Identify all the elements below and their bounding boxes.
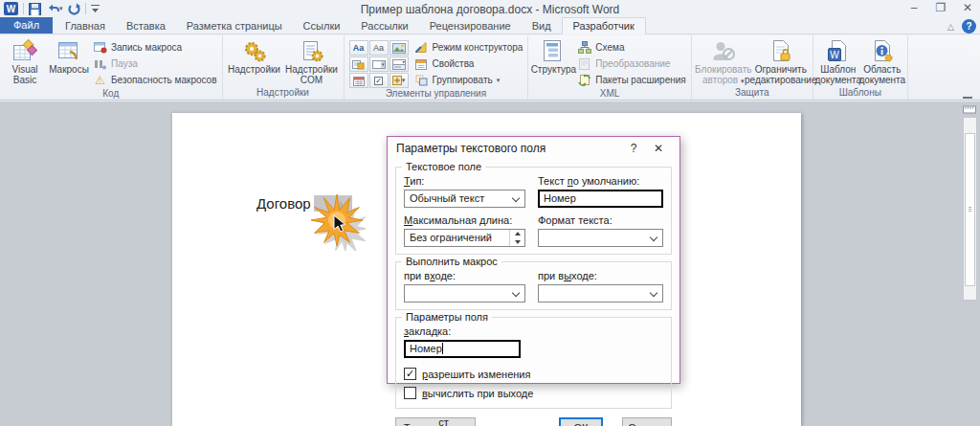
content-controls-grid: Aa Aa bbox=[347, 37, 412, 88]
bookmark-label: закладка: bbox=[404, 325, 663, 337]
spinner-buttons[interactable] bbox=[509, 230, 524, 246]
properties-button[interactable]: Свойства bbox=[412, 56, 525, 72]
exit-macro-select[interactable] bbox=[538, 284, 663, 303]
spinner-up-button[interactable] bbox=[510, 230, 524, 238]
visual-basic-button[interactable]: Visual Basic bbox=[3, 37, 47, 85]
tab-developer[interactable]: Разработчик bbox=[562, 17, 646, 34]
spinner-down-button[interactable] bbox=[510, 238, 524, 247]
ribbon-developer: Visual Basic Макросы Запись макроса bbox=[0, 35, 980, 101]
building-block-gallery-control-button[interactable] bbox=[349, 56, 368, 72]
group-label-xml: XML bbox=[531, 88, 687, 100]
default-text-input[interactable]: Номер bbox=[538, 190, 663, 208]
combo-box-icon bbox=[372, 59, 386, 70]
text-format-select[interactable] bbox=[538, 229, 663, 247]
group-label-protection: Защита bbox=[695, 87, 810, 100]
help-glyph: ? bbox=[966, 21, 971, 32]
transform-button[interactable]: Преобразование bbox=[575, 56, 687, 72]
design-mode-icon bbox=[414, 41, 429, 55]
combo-box-control-button[interactable] bbox=[369, 56, 389, 72]
type-select[interactable]: Обычный текст bbox=[404, 190, 525, 208]
macro-security-button[interactable]: ⚠ Безопасность макросов bbox=[91, 72, 219, 88]
legacy-tools-button[interactable]: ▾ bbox=[390, 73, 409, 88]
chevron-down-icon bbox=[650, 289, 657, 297]
schema-button[interactable]: Схема bbox=[575, 39, 687, 56]
type-label: Тип: bbox=[404, 175, 525, 187]
mouse-cursor bbox=[333, 214, 346, 233]
max-length-spinner[interactable]: Без ограничений bbox=[404, 229, 525, 247]
tab-file[interactable]: Файл bbox=[0, 17, 53, 34]
ok-button[interactable]: ОК bbox=[559, 417, 603, 426]
bookmark-input[interactable]: Номер bbox=[404, 340, 521, 358]
default-text-label: Текст по умолчанию: bbox=[538, 175, 663, 187]
calculate-on-exit-checkbox[interactable] bbox=[404, 387, 416, 399]
picture-icon bbox=[392, 43, 406, 54]
word-window: W ▾ Пример шаблона договора.docx - Micro… bbox=[0, 0, 980, 426]
ruler-icon bbox=[963, 103, 976, 116]
group-button[interactable]: Группировать ▾ bbox=[412, 72, 525, 88]
structure-button[interactable]: Структура bbox=[531, 37, 575, 75]
rich-text-control-button[interactable]: Aa bbox=[349, 40, 368, 56]
expansion-packs-icon bbox=[577, 74, 591, 87]
exit-macro-label: при выходе: bbox=[538, 270, 663, 281]
cancel-button[interactable]: Отмена bbox=[622, 417, 672, 426]
restrict-editing-button[interactable]: Ограничить редактирование bbox=[752, 37, 810, 85]
close-button[interactable]: ✕ bbox=[961, 1, 974, 14]
legacy-tools-icon bbox=[392, 76, 402, 85]
fill-in-enabled-checkbox[interactable]: ✓ bbox=[404, 368, 416, 380]
tab-view[interactable]: Вид bbox=[522, 18, 562, 34]
text-form-field-options-dialog: Параметры текстового поля ? ✕ Текстовое … bbox=[387, 136, 680, 384]
scroll-up-button[interactable] bbox=[964, 118, 976, 130]
tab-references[interactable]: Ссылки bbox=[293, 18, 351, 34]
vertical-scrollbar[interactable] bbox=[963, 117, 977, 301]
pause-label: Пауза bbox=[111, 58, 138, 69]
block-authors-button[interactable]: Блокировать авторов ▾ bbox=[695, 37, 752, 86]
checkbox-control-button[interactable]: ✓ bbox=[369, 73, 389, 88]
date-picker-control-button[interactable] bbox=[349, 73, 368, 88]
group-dropdown-arrow: ▾ bbox=[497, 77, 501, 84]
tab-review[interactable]: Рецензирование bbox=[419, 18, 522, 34]
addins-button[interactable]: Надстройки bbox=[226, 37, 283, 75]
restore-button[interactable]: ❐ bbox=[934, 1, 947, 14]
document-panel-button[interactable]: Область документа bbox=[860, 37, 904, 85]
document-panel-icon bbox=[870, 38, 895, 64]
scrollbar-thumb[interactable] bbox=[965, 133, 975, 286]
document-template-icon: W bbox=[826, 38, 851, 64]
dialog-button-row: Текст справки... ОК Отмена bbox=[395, 417, 672, 426]
expansion-packs-button[interactable]: Пакеты расширения bbox=[575, 72, 687, 88]
help-text-button[interactable]: Текст справки... bbox=[395, 417, 476, 426]
structure-icon bbox=[541, 38, 566, 64]
group-objects-icon bbox=[414, 74, 429, 87]
minimize-ribbon-icon[interactable]: △ bbox=[947, 22, 954, 32]
com-addins-icon bbox=[300, 38, 324, 64]
chevron-down-icon bbox=[512, 194, 520, 202]
ribbon-group-controls: Aa Aa bbox=[345, 35, 529, 100]
picture-control-button[interactable] bbox=[390, 40, 409, 56]
document-template-button[interactable]: W Шаблон документа bbox=[816, 37, 860, 85]
ribbon-group-code: Visual Basic Макросы Запись макроса bbox=[0, 35, 223, 100]
help-button[interactable]: ? bbox=[962, 19, 976, 34]
schema-label: Схема bbox=[595, 42, 624, 53]
tab-insert[interactable]: Вставка bbox=[116, 18, 176, 34]
dialog-close-button[interactable]: ✕ bbox=[646, 142, 671, 155]
entry-macro-select[interactable] bbox=[404, 284, 525, 303]
groupbox-field-options: Параметры поля закладка: Номер ✓ разреши… bbox=[395, 317, 672, 409]
visual-basic-icon bbox=[12, 38, 37, 64]
record-macro-button[interactable]: Запись макроса bbox=[91, 39, 219, 56]
macros-button[interactable]: Макросы bbox=[47, 37, 91, 75]
dialog-titlebar[interactable]: Параметры текстового поля ? ✕ bbox=[388, 137, 679, 160]
tab-home[interactable]: Главная bbox=[55, 18, 116, 34]
design-mode-button[interactable]: Режим конструктора bbox=[412, 39, 525, 56]
dropdown-list-control-button[interactable] bbox=[390, 56, 409, 72]
tab-mailings[interactable]: Рассылки bbox=[350, 18, 418, 34]
ribbon-group-xml: Структура Схема Преобразование bbox=[528, 35, 691, 100]
split-handle[interactable] bbox=[963, 97, 972, 100]
tabrow-right-controls: △ ? bbox=[947, 19, 976, 34]
pause-recording-button[interactable]: Пауза bbox=[91, 56, 219, 72]
pause-icon bbox=[93, 57, 107, 71]
block-authors-label: Блокировать авторов ▾ bbox=[695, 64, 752, 86]
tab-page-layout[interactable]: Разметка страницы bbox=[176, 18, 293, 34]
minimize-button[interactable]: – bbox=[907, 1, 921, 14]
plain-text-control-button[interactable]: Aa bbox=[369, 40, 389, 56]
dialog-help-button[interactable]: ? bbox=[621, 142, 646, 155]
com-addins-button[interactable]: Надстройки COM bbox=[283, 37, 341, 85]
